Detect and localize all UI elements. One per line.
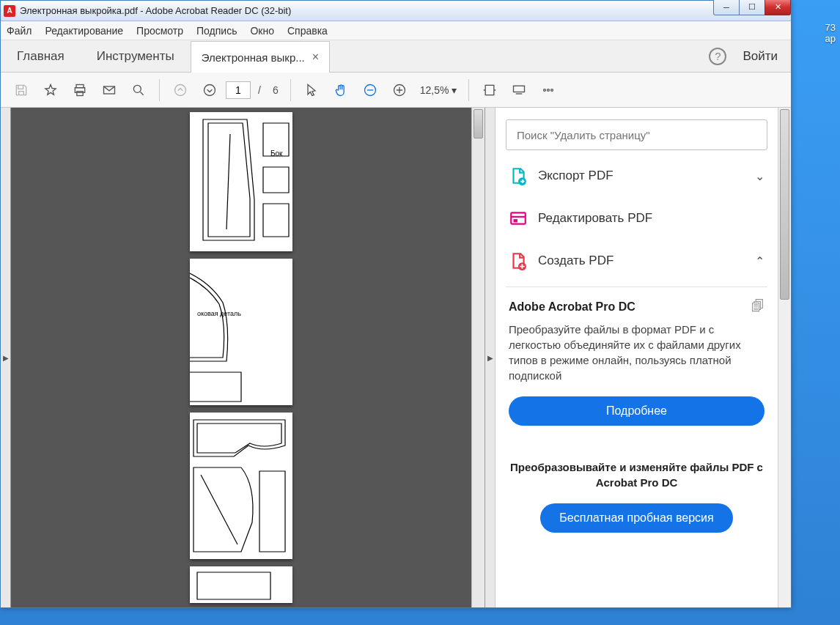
star-icon[interactable] [37, 77, 64, 103]
app-window: A Электронная выкройка.pdf - Adobe Acrob… [0, 0, 792, 608]
help-icon[interactable]: ? [709, 48, 726, 65]
tabs-row: Главная Инструменты Электронная выкр... … [1, 40, 791, 73]
zoom-in-icon[interactable] [386, 77, 413, 103]
menu-sign[interactable]: Подпись [196, 25, 237, 37]
save-icon [8, 77, 34, 103]
svg-point-13 [551, 89, 553, 91]
menu-window[interactable]: Окно [250, 25, 274, 37]
svg-point-5 [175, 84, 186, 95]
content-area: ▶ Бок оковая деталь [1, 108, 791, 607]
page-total: 6 [273, 84, 279, 96]
select-tool-icon[interactable] [298, 77, 325, 103]
chevron-down-icon: ▾ [452, 84, 457, 96]
chevron-up-icon: ⌃ [755, 254, 765, 268]
edit-pdf-icon [509, 209, 528, 228]
page-down-icon[interactable] [196, 77, 223, 103]
left-panel-toggle[interactable]: ▶ [1, 108, 11, 607]
document-area: ▶ Бок оковая деталь [1, 108, 495, 607]
tool-edit-pdf[interactable]: Редактировать PDF [506, 201, 767, 235]
menu-edit[interactable]: Редактирование [45, 25, 123, 37]
svg-point-6 [205, 84, 215, 95]
window-controls: ─ ☐ ✕ [714, 0, 791, 15]
tool-label: Редактировать PDF [538, 211, 765, 226]
svg-rect-17 [511, 212, 526, 223]
titlebar[interactable]: A Электронная выкройка.pdf - Adobe Acrob… [1, 1, 791, 21]
svg-rect-9 [486, 85, 495, 95]
minimize-button[interactable]: ─ [713, 0, 740, 15]
svg-point-4 [133, 85, 141, 92]
read-mode-icon[interactable] [506, 77, 532, 103]
tool-create-pdf[interactable]: Создать PDF ⌃ [506, 244, 767, 278]
more-tools-icon[interactable] [535, 77, 561, 103]
scrollbar-thumb[interactable] [474, 109, 483, 138]
window-title: Электронная выкройка.pdf - Adobe Acrobat… [20, 5, 291, 16]
menu-file[interactable]: Файл [7, 25, 32, 37]
tools-search-input[interactable] [517, 129, 756, 141]
svg-point-11 [544, 89, 546, 91]
svg-text:оковая деталь: оковая деталь [197, 310, 241, 317]
document-scrollbar[interactable] [471, 108, 485, 607]
zoom-out-icon[interactable] [357, 77, 383, 103]
page-thumbnail-2[interactable]: оковая деталь [190, 259, 292, 405]
search-doc-icon[interactable] [125, 77, 152, 103]
free-trial-button[interactable]: Бесплатная пробная версия [540, 503, 732, 533]
tool-label: Экспорт PDF [538, 169, 755, 183]
page-thumbnail-4[interactable] [190, 566, 292, 603]
tab-document-label: Электронная выкр... [202, 51, 305, 64]
files-icon[interactable]: 🗐 [751, 299, 765, 314]
right-panel-toggle[interactable]: ▶ [485, 108, 495, 607]
page-thumbnail-1[interactable]: Бок [190, 112, 292, 251]
tab-home[interactable]: Главная [1, 40, 81, 72]
toolbar: / 6 12,5% ▾ [1, 73, 791, 108]
desktop-fragment: 73 ap [825, 22, 836, 44]
page-number-input[interactable] [226, 81, 251, 99]
login-button[interactable]: Войти [743, 49, 778, 64]
sidebar-scrollbar[interactable] [778, 108, 791, 607]
page-thumbnail-3[interactable] [190, 413, 292, 559]
promo-text: Преобразуйте файлы в формат PDF и с легк… [509, 322, 765, 383]
page-separator: / [258, 84, 261, 96]
fit-width-icon[interactable] [476, 77, 503, 103]
create-pdf-icon [509, 251, 528, 270]
svg-point-12 [548, 89, 550, 91]
menu-view[interactable]: Просмотр [136, 25, 183, 37]
svg-rect-10 [514, 86, 525, 92]
hand-tool-icon[interactable] [328, 77, 354, 103]
tab-document[interactable]: Электронная выкр... × [191, 41, 330, 73]
export-pdf-icon [509, 166, 528, 185]
page-up-icon [167, 77, 194, 103]
svg-text:Бок: Бок [270, 149, 283, 158]
tool-export-pdf[interactable]: Экспорт PDF ⌄ [506, 159, 767, 193]
close-button[interactable]: ✕ [765, 0, 791, 15]
svg-rect-2 [77, 91, 83, 95]
chevron-down-icon: ⌄ [755, 169, 765, 183]
promo2-title: Преобразовывайте и изменяйте файлы PDF с… [506, 459, 767, 490]
tool-label: Создать PDF [538, 254, 755, 268]
pages-column[interactable]: Бок оковая деталь [11, 108, 471, 607]
app-icon: A [4, 5, 15, 17]
tools-search[interactable] [506, 119, 767, 150]
menu-help[interactable]: Справка [287, 25, 328, 37]
promo-create-pdf: Adobe Acrobat Pro DC 🗐 Преобразуйте файл… [506, 286, 767, 432]
svg-rect-18 [514, 219, 517, 222]
learn-more-button[interactable]: Подробнее [509, 396, 765, 426]
zoom-dropdown[interactable]: 12,5% ▾ [416, 84, 462, 96]
menubar: Файл Редактирование Просмотр Подпись Окн… [1, 21, 791, 40]
promo-title: Adobe Acrobat Pro DC [509, 300, 635, 314]
mail-icon[interactable] [96, 77, 122, 103]
maximize-button[interactable]: ☐ [739, 0, 765, 15]
tab-close-icon[interactable]: × [312, 51, 319, 64]
tools-sidebar: Экспорт PDF ⌄ Редактировать PDF Создать … [495, 108, 791, 607]
promo-trial: Преобразовывайте и изменяйте файлы PDF с… [506, 459, 767, 533]
scrollbar-thumb[interactable] [780, 109, 789, 300]
tab-tools[interactable]: Инструменты [81, 40, 191, 72]
print-icon[interactable] [67, 77, 93, 103]
